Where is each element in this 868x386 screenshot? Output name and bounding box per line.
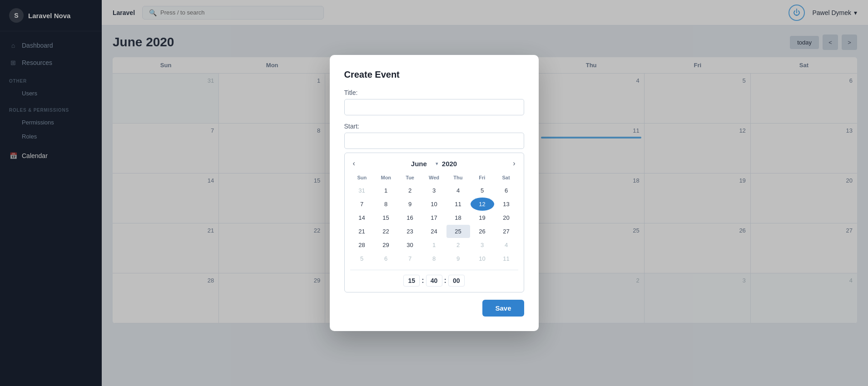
dp-hours[interactable]: 15 [403,275,420,287]
dp-day[interactable]: 28 [350,238,374,252]
dp-day[interactable]: 21 [350,225,374,238]
dp-day[interactable]: 22 [374,225,398,238]
dp-day[interactable]: 29 [374,238,398,252]
dp-month-wrapper: June [411,160,438,168]
dp-month-select[interactable]: June [411,160,435,168]
dp-day[interactable]: 23 [398,225,422,238]
dp-day[interactable]: 8 [374,198,398,211]
dp-day[interactable]: 19 [471,211,494,224]
dp-wday-mon: Mon [374,173,398,182]
dp-wday-sun: Sun [350,173,374,182]
dp-day[interactable]: 9 [398,198,422,211]
datepicker: ‹ June 2020 › Sun Mon [344,153,524,292]
dp-day[interactable]: 30 [398,238,422,252]
start-input[interactable]: 2020-06-12 15:40:00 [344,133,524,149]
dp-day[interactable]: 5 [471,184,494,197]
dp-day[interactable]: 8 [422,252,446,265]
dp-day[interactable]: 25 [446,225,470,238]
dp-day[interactable]: 12 [471,198,494,211]
dp-days: 3112345678910111213141516171819202122232… [350,184,518,265]
dp-day[interactable]: 3 [422,184,446,197]
create-event-modal: Create Event Title: Start: 2020-06-12 15… [330,55,539,331]
dp-day[interactable]: 27 [495,225,518,238]
dp-minutes[interactable]: 40 [426,275,442,287]
datepicker-time: 15 : 40 : 00 [350,270,518,287]
dp-day[interactable]: 2 [446,238,470,252]
dp-weekdays: Sun Mon Tue Wed Thu Fri Sat [350,173,518,182]
save-button[interactable]: Save [482,300,524,317]
dp-seconds[interactable]: 00 [448,275,465,287]
dp-prev-button[interactable]: ‹ [350,158,358,168]
dp-year: 2020 [442,160,457,168]
dp-sep2: : [444,277,446,285]
dp-day[interactable]: 10 [471,252,494,265]
dp-day[interactable]: 9 [446,252,470,265]
dp-day[interactable]: 11 [495,252,518,265]
dp-sep1: : [422,277,424,285]
main-content: Laravel 🔍 ⏻ Pawel Dymek ▾ June 2020 toda… [102,0,868,386]
dp-wday-wed: Wed [422,173,446,182]
dp-day[interactable]: 3 [471,238,494,252]
title-label: Title: [344,89,524,96]
modal-title: Create Event [344,69,524,80]
dp-day[interactable]: 14 [350,211,374,224]
dp-wday-thu: Thu [446,173,470,182]
dp-day[interactable]: 17 [422,211,446,224]
dp-day[interactable]: 31 [350,184,374,197]
datepicker-nav: ‹ June 2020 › [350,158,518,168]
dp-day[interactable]: 5 [350,252,374,265]
modal-overlay: Create Event Title: Start: 2020-06-12 15… [0,0,868,386]
dp-day[interactable]: 4 [495,238,518,252]
dp-grid: Sun Mon Tue Wed Thu Fri Sat 311234567891… [350,173,518,265]
dp-day[interactable]: 11 [446,198,470,211]
dp-day[interactable]: 7 [398,252,422,265]
dp-wday-tue: Tue [398,173,422,182]
dp-day[interactable]: 7 [350,198,374,211]
dp-day[interactable]: 13 [495,198,518,211]
dp-day[interactable]: 4 [446,184,470,197]
title-input[interactable] [344,99,524,115]
dp-day[interactable]: 1 [422,238,446,252]
dp-day[interactable]: 6 [495,184,518,197]
dp-day[interactable]: 6 [374,252,398,265]
dp-day[interactable]: 26 [471,225,494,238]
dp-day[interactable]: 10 [422,198,446,211]
dp-day[interactable]: 16 [398,211,422,224]
dp-day[interactable]: 15 [374,211,398,224]
dp-wday-fri: Fri [470,173,494,182]
dp-next-button[interactable]: › [510,158,518,168]
dp-day[interactable]: 2 [398,184,422,197]
dp-day[interactable]: 20 [495,211,518,224]
dp-wday-sat: Sat [494,173,518,182]
dp-day[interactable]: 24 [422,225,446,238]
start-label: Start: [344,123,524,130]
dp-day[interactable]: 18 [446,211,470,224]
dp-day[interactable]: 1 [374,184,398,197]
